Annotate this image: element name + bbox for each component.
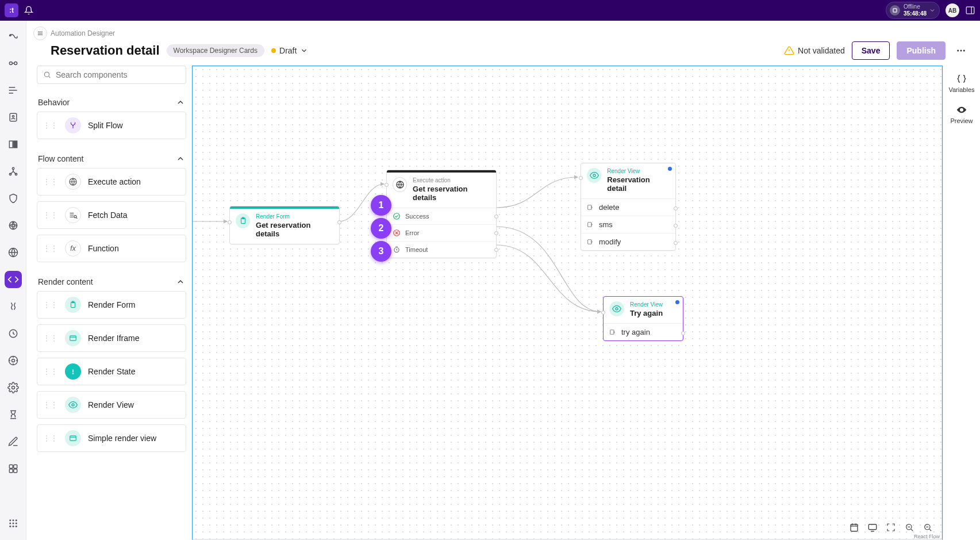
svg-rect-0: [966, 7, 974, 14]
more-button[interactable]: [952, 42, 970, 59]
eye-icon: [65, 397, 81, 413]
panel-toggle-icon[interactable]: [965, 5, 975, 16]
port-out[interactable]: [681, 331, 685, 335]
port-out[interactable]: [494, 248, 498, 252]
avatar[interactable]: AB: [946, 3, 959, 17]
fullscreen-icon[interactable]: [885, 521, 897, 534]
action-sms[interactable]: sms: [581, 216, 675, 233]
node-execute-action[interactable]: Execute action Get reservation details S…: [386, 170, 497, 258]
rail-item-2[interactable]: [5, 55, 22, 72]
section-flow-head[interactable]: Flow content: [37, 150, 186, 168]
action-modify[interactable]: modify: [581, 233, 675, 250]
node-render-view-1[interactable]: Render View Reservation detail delete s: [581, 163, 676, 251]
port-out[interactable]: [494, 215, 498, 219]
component-render-form[interactable]: ⋮⋮ Render Form: [37, 291, 186, 319]
notifications-icon[interactable]: [24, 6, 33, 15]
node-title: Try again: [630, 309, 663, 317]
calendar-icon[interactable]: [848, 521, 860, 534]
clipboard-icon: [65, 297, 81, 313]
drag-handle-icon[interactable]: ⋮⋮: [43, 301, 58, 309]
screen-icon[interactable]: [866, 521, 879, 534]
rail-item-9[interactable]: [5, 244, 22, 261]
svg-point-6: [12, 116, 14, 117]
rail-item-code[interactable]: [5, 271, 22, 288]
node-render-form[interactable]: Render Form Get reservation details: [229, 206, 340, 244]
publish-button[interactable]: Publish: [897, 41, 946, 60]
component-fetch-data[interactable]: ⋮⋮ Fetch Data: [37, 201, 186, 229]
port-in[interactable]: [385, 183, 389, 187]
app-logo[interactable]: :t: [5, 3, 18, 17]
node-kind: Render View: [630, 301, 663, 308]
rail-item-14[interactable]: [5, 433, 22, 450]
rail-item-8[interactable]: [5, 217, 22, 234]
drag-handle-icon[interactable]: ⋮⋮: [43, 178, 58, 186]
rail-item-12[interactable]: [5, 352, 22, 369]
component-function[interactable]: ⋮⋮ fx Function: [37, 235, 186, 262]
component-split-flow[interactable]: ⋮⋮ Split Flow: [37, 112, 186, 139]
component-label: Execute action: [88, 177, 141, 186]
outcome-timeout[interactable]: Timeout: [387, 241, 496, 258]
rail-item-6[interactable]: [5, 163, 22, 180]
flow-canvas[interactable]: Render Form Get reservation details Exec…: [192, 66, 943, 540]
simple-view-icon: [65, 430, 81, 446]
port-out[interactable]: [674, 206, 678, 210]
port-out[interactable]: [494, 231, 498, 235]
outcome-success[interactable]: Success: [387, 208, 496, 224]
section-render-head[interactable]: Render content: [37, 273, 186, 291]
port-in[interactable]: [601, 311, 605, 315]
hamburger-button[interactable]: [33, 26, 47, 40]
outcome-error[interactable]: Error: [387, 224, 496, 241]
drag-handle-icon[interactable]: ⋮⋮: [43, 211, 58, 219]
rail-item-1[interactable]: [5, 28, 22, 45]
rail-item-apps[interactable]: [5, 515, 22, 532]
drag-handle-icon[interactable]: ⋮⋮: [43, 401, 58, 409]
right-dock: Variables Preview: [943, 66, 980, 540]
globe-icon: [393, 177, 407, 192]
search-input-wrap[interactable]: [37, 66, 186, 84]
chevron-down-icon: [300, 47, 308, 55]
component-render-iframe[interactable]: ⋮⋮ Render Iframe: [37, 324, 186, 352]
drag-handle-icon[interactable]: ⋮⋮: [43, 367, 58, 376]
port-in[interactable]: [579, 176, 583, 180]
component-render-view[interactable]: ⋮⋮ Render View: [37, 391, 186, 419]
drag-handle-icon[interactable]: ⋮⋮: [43, 434, 58, 442]
zoom-out-icon[interactable]: [903, 521, 916, 534]
rail-item-15[interactable]: [5, 460, 22, 477]
component-render-state[interactable]: ⋮⋮ Render State: [37, 358, 186, 385]
rail-item-4[interactable]: [5, 109, 22, 126]
action-delete[interactable]: delete: [581, 199, 675, 216]
action-try-again[interactable]: try again: [604, 324, 683, 340]
rail-item-5[interactable]: [5, 136, 22, 153]
offline-icon: [890, 5, 900, 16]
workspace-tag[interactable]: Workspace Designer Cards: [167, 44, 265, 57]
not-validated-label: Not validated: [798, 46, 845, 55]
rail-item-settings[interactable]: [5, 379, 22, 396]
offline-badge[interactable]: Offline 35:48:48: [886, 2, 940, 19]
dock-variables[interactable]: Variables: [948, 74, 974, 93]
rail-item-11[interactable]: [5, 325, 22, 342]
drag-handle-icon[interactable]: ⋮⋮: [43, 334, 58, 342]
port-out[interactable]: [674, 241, 678, 245]
save-button[interactable]: Save: [852, 41, 890, 60]
status-draft[interactable]: Draft: [271, 46, 308, 55]
rail-item-13[interactable]: [5, 406, 22, 423]
rail-item-10[interactable]: [5, 298, 22, 315]
zoom-out-icon-2[interactable]: [921, 521, 934, 534]
page-title: Reservation detail: [51, 43, 160, 58]
port-out[interactable]: [337, 220, 341, 224]
port-out[interactable]: [674, 224, 678, 228]
section-behavior-head[interactable]: Behavior: [37, 93, 186, 112]
drag-handle-icon[interactable]: ⋮⋮: [43, 244, 58, 252]
svg-point-4: [14, 62, 17, 65]
breadcrumb[interactable]: Automation Designer: [51, 29, 115, 37]
rail-item-7[interactable]: [5, 190, 22, 207]
search-input[interactable]: [56, 70, 180, 79]
rail-item-3[interactable]: [5, 82, 22, 99]
dock-preview[interactable]: Preview: [950, 105, 973, 124]
component-execute-action[interactable]: ⋮⋮ Execute action: [37, 168, 186, 196]
port-in[interactable]: [228, 220, 232, 224]
component-simple-render-view[interactable]: ⋮⋮ Simple render view: [37, 424, 186, 452]
drag-handle-icon[interactable]: ⋮⋮: [43, 121, 58, 129]
svg-point-28: [9, 526, 11, 527]
node-render-view-2[interactable]: Render View Try again try again: [603, 296, 683, 341]
